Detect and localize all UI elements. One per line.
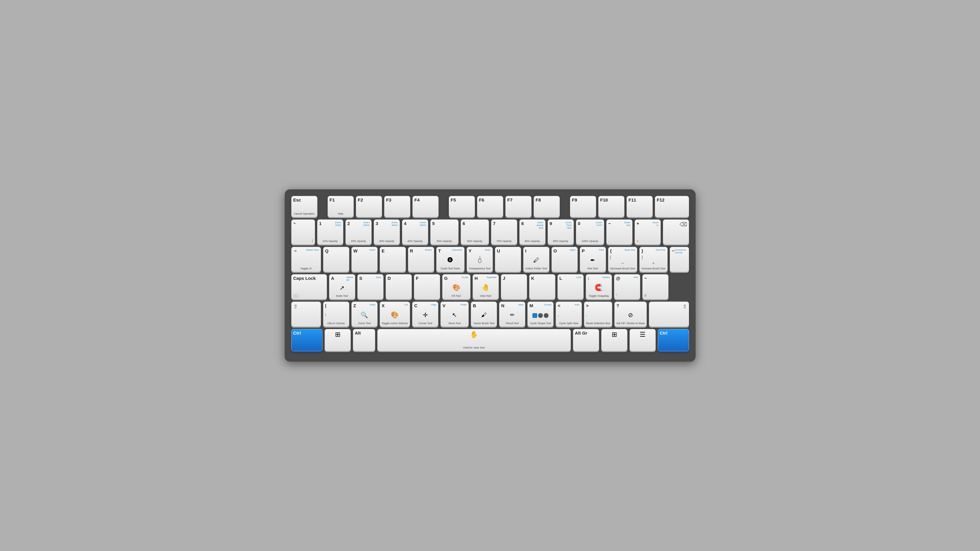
key-3[interactable]: 3 Zoom400% 30% Opacity <box>374 219 400 245</box>
key-ctrl-right[interactable]: Ctrl <box>658 329 689 351</box>
key-alt-gr[interactable]: Alt Gr <box>573 329 599 351</box>
key-k[interactable]: K <box>529 274 555 300</box>
key-r[interactable]: R Rulers <box>408 247 434 272</box>
key-ctrl-left[interactable]: Ctrl <box>291 329 323 351</box>
key-j[interactable]: J <box>501 274 527 300</box>
key-backtick[interactable]: ¬ ` | <box>291 219 315 245</box>
key-f2[interactable]: F2 <box>356 196 382 217</box>
key-y[interactable]: Y Redo Transparency Tool <box>467 247 493 272</box>
key-4[interactable]: 4 Zoom800% 40% Opacity <box>402 219 428 245</box>
fn-row: Esc Cancel Operation F1 Help F2 F3 F4 F5… <box>291 196 689 217</box>
key-f1[interactable]: F1 Help <box>328 196 354 217</box>
key-semicolon[interactable]: : Guides 🧲 Toggle Snapping <box>586 274 612 300</box>
key-hash[interactable]: ~ # <box>642 274 668 300</box>
key-9[interactable]: 9 ZoomPixelSize 90% Opacity <box>547 219 574 245</box>
key-2[interactable]: 2 Zoom200% 20% Opacity <box>345 219 372 245</box>
key-minus[interactable]: − ZoomOut - <box>606 219 633 245</box>
key-t[interactable]: T Character 🅐 Cycle Text Tools <box>436 247 465 272</box>
key-f4[interactable]: F4 <box>412 196 439 217</box>
number-row: ¬ ` | 1 Zoom100% 10% Opacity 2 Zoom200% … <box>291 219 689 245</box>
keyboard: Esc Cancel Operation F1 Help F2 F3 F4 F5… <box>285 189 695 362</box>
key-f5[interactable]: F5 <box>449 196 475 217</box>
key-w[interactable]: W Close <box>352 247 378 272</box>
key-f11[interactable]: F11 <box>627 196 653 217</box>
zxcv-row: ⇧ | \ Clip to Canvas Z Undo 🔍 Zoom Tool … <box>291 302 689 327</box>
key-7[interactable]: 7 70% Opacity <box>491 219 517 245</box>
key-z[interactable]: Z Undo 🔍 Zoom Tool <box>352 302 378 327</box>
key-f6[interactable]: F6 <box>477 196 503 217</box>
key-s[interactable]: S Save <box>357 274 383 300</box>
key-x[interactable]: X Cut 🎨 Toggle Active Selector <box>380 302 410 327</box>
key-8[interactable]: 8 ZoomActualSize 80% Opacity <box>519 219 546 245</box>
key-bracket-close[interactable]: } Fwd One ] + Increase Brush Size <box>640 247 668 272</box>
key-space[interactable]: ✋ Hold for View Tool <box>377 329 571 351</box>
asdf-row: Caps Lock A A SelectAll ↗ Node Tool S Sa… <box>291 274 689 300</box>
key-v[interactable]: V Paste ↖ Move Tool <box>441 302 469 327</box>
key-f7[interactable]: F7 <box>505 196 531 217</box>
key-shift-left[interactable]: ⇧ <box>291 302 321 327</box>
key-g[interactable]: G Group 🎨 Fill Tool <box>442 274 471 300</box>
key-5[interactable]: 5 50% Opacity <box>430 219 458 245</box>
key-capslock[interactable]: Caps Lock A <box>291 274 327 300</box>
key-backslash[interactable]: | \ Clip to Canvas <box>323 302 349 327</box>
key-bracket-open[interactable]: { Back One [ − Decrease Brush Size <box>608 247 638 272</box>
key-b[interactable]: B 🖌 Vector Brush Tool <box>471 302 497 327</box>
key-backspace[interactable]: ⌫ <box>663 219 689 245</box>
key-shift-right[interactable]: ⇧ <box>649 302 689 327</box>
key-e[interactable]: E <box>380 247 406 272</box>
key-o[interactable]: O Open <box>552 247 578 272</box>
qwerty-row: ⇥ Switch View Toggle UI Q W Close E <box>291 247 689 272</box>
key-alt-left[interactable]: Alt <box>353 329 375 351</box>
key-win-left[interactable]: ⊞ <box>325 329 351 351</box>
key-i[interactable]: I 🖊 Colour Picker Tool <box>523 247 549 272</box>
key-q[interactable]: Q <box>323 247 349 272</box>
key-win-right[interactable]: ⊞ <box>601 329 627 351</box>
key-f8[interactable]: F8 <box>534 196 560 217</box>
key-f12[interactable]: F12 <box>655 196 689 217</box>
key-enter[interactable]: ↵ Convert to Curves <box>670 247 689 272</box>
key-p[interactable]: P Print ✒ Pen Tool <box>580 247 606 272</box>
key-f10[interactable]: F10 <box>598 196 624 217</box>
key-menu[interactable]: ☰ <box>630 329 656 351</box>
key-6[interactable]: 6 60% Opacity <box>461 219 489 245</box>
key-slash[interactable]: ? ⊘ Set Fill / Stroke to None <box>614 302 647 327</box>
key-period[interactable]: > . Reset Selection Box <box>584 302 612 327</box>
key-f3[interactable]: F3 <box>384 196 410 217</box>
key-d[interactable]: D <box>386 274 412 300</box>
key-esc[interactable]: Esc Cancel Operation <box>291 196 317 217</box>
key-f9[interactable]: F9 <box>570 196 596 217</box>
key-0[interactable]: 0 Zoomto Fit 100% Opacity <box>576 219 604 245</box>
key-u[interactable]: U <box>495 247 521 272</box>
modifier-row: Ctrl ⊞ Alt ✋ Hold for View Tool Alt Gr ⊞… <box>291 329 689 351</box>
key-m[interactable]: M Curves Cycle Shape Tool <box>527 302 554 327</box>
key-comma[interactable]: < Pref. , Cycle Split View <box>556 302 582 327</box>
key-1[interactable]: 1 Zoom100% 10% Opacity <box>317 219 344 245</box>
key-c[interactable]: C Copy ✛ Corner Tool <box>412 302 438 327</box>
key-tab[interactable]: ⇥ Switch View Toggle UI <box>291 247 321 272</box>
key-l[interactable]: L Lock <box>557 274 584 300</box>
key-a[interactable]: A SelectAll ↗ Node Tool <box>329 274 355 300</box>
key-n[interactable]: N New ✏ Pencil Tool <box>499 302 525 327</box>
key-h[interactable]: H Duplicate 🤚 View Tool <box>473 274 499 300</box>
key-equals[interactable]: + ZoomIn = <box>635 219 661 245</box>
key-quote[interactable]: @ Grid ' <box>614 274 640 300</box>
key-f[interactable]: F <box>414 274 440 300</box>
